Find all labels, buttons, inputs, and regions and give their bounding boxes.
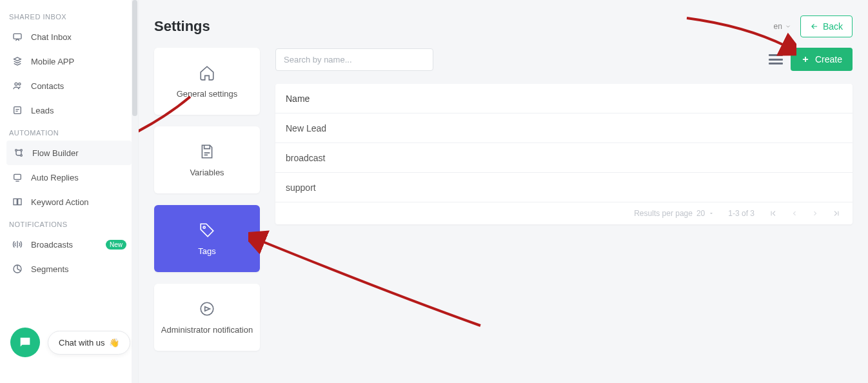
toolbar: Create <box>275 48 853 71</box>
svg-rect-8 <box>14 199 17 204</box>
leads-icon <box>12 104 23 116</box>
svg-point-2 <box>19 83 21 85</box>
tile-label: Variables <box>190 168 224 177</box>
new-badge: New <box>106 240 126 250</box>
sidebar-item-broadcasts[interactable]: Broadcasts New <box>0 232 138 257</box>
sidebar-item-label: Segments <box>31 264 69 274</box>
main-content: Settings en Back General settings <box>139 0 868 383</box>
flow-icon <box>13 147 25 159</box>
page-title: Settings <box>154 18 210 35</box>
arrow-left-icon <box>810 22 819 31</box>
auto-replies-icon <box>12 172 23 183</box>
sidebar-section-notifications: NOTIFICATIONS <box>0 214 138 232</box>
chat-fab[interactable] <box>10 328 40 357</box>
svg-point-4 <box>15 150 17 152</box>
sidebar-item-label: Chat Inbox <box>31 32 72 42</box>
svg-rect-9 <box>18 199 21 204</box>
table-row[interactable]: support <box>275 173 853 202</box>
create-button[interactable]: Create <box>791 48 853 71</box>
wave-emoji: 👋 <box>109 338 119 348</box>
contacts-icon <box>12 80 23 92</box>
page-range: 1-3 of 3 <box>728 209 755 218</box>
svg-rect-7 <box>14 174 21 179</box>
sidebar-scrollbar[interactable] <box>132 0 138 383</box>
page-last-icon[interactable] <box>832 209 841 218</box>
back-button[interactable]: Back <box>800 15 853 37</box>
page-next-icon[interactable] <box>811 210 819 217</box>
sidebar-section-shared-inbox: SHARED INBOX <box>0 6 138 25</box>
tile-tags[interactable]: Tags <box>154 205 260 272</box>
broadcast-icon <box>12 239 23 250</box>
pager <box>769 209 841 218</box>
search-input[interactable] <box>275 48 433 71</box>
language-selector[interactable]: en <box>774 22 791 31</box>
sidebar-item-label: Leads <box>31 106 54 115</box>
svg-point-11 <box>203 226 205 228</box>
caret-down-icon <box>709 211 714 216</box>
sidebar-item-mobile-app[interactable]: Mobile APP <box>0 49 138 74</box>
page-first-icon[interactable] <box>769 209 778 218</box>
chat-bubble[interactable]: Chat with us 👋 <box>48 331 130 355</box>
svg-rect-3 <box>14 107 21 114</box>
chevron-down-icon <box>785 23 791 30</box>
tile-label: Administrator notification <box>161 325 253 335</box>
sidebar: SHARED INBOX Chat Inbox Mobile APP Conta… <box>0 0 139 383</box>
sidebar-item-chat-inbox[interactable]: Chat Inbox <box>0 25 138 49</box>
page-header: Settings en Back <box>154 15 853 37</box>
tile-admin-notification[interactable]: Administrator notification <box>154 284 260 351</box>
table-header: Name <box>275 84 853 113</box>
plus-icon <box>801 55 810 64</box>
notification-icon <box>199 300 215 317</box>
chat-widget: Chat with us 👋 <box>10 328 130 357</box>
home-icon <box>199 64 215 81</box>
segments-icon <box>12 263 23 275</box>
sidebar-section-automation: AUTOMATION <box>0 123 138 141</box>
sidebar-item-label: Keyword Action <box>31 197 89 207</box>
keyword-icon <box>12 196 23 208</box>
column-name: Name <box>286 93 310 104</box>
svg-point-1 <box>15 83 17 85</box>
table-footer: Results per page 20 1-3 of 3 <box>275 202 853 224</box>
list-view-icon[interactable] <box>769 54 783 64</box>
page-prev-icon[interactable] <box>791 210 798 217</box>
chat-icon <box>12 31 23 43</box>
sidebar-item-keyword-action[interactable]: Keyword Action <box>0 190 138 214</box>
svg-point-12 <box>201 302 213 315</box>
table-row[interactable]: New Lead <box>275 113 853 143</box>
tag-icon <box>199 222 215 239</box>
tile-variables[interactable]: Variables <box>154 126 260 193</box>
settings-tiles: General settings Variables Tags <box>154 48 260 351</box>
sidebar-item-label: Auto Replies <box>31 173 79 182</box>
tile-general-settings[interactable]: General settings <box>154 48 260 115</box>
chat-label: Chat with us <box>59 338 105 348</box>
mobile-icon <box>12 55 23 67</box>
results-per-page[interactable]: Results per page 20 <box>634 209 714 218</box>
svg-point-6 <box>21 155 23 157</box>
sidebar-item-label: Mobile APP <box>31 57 74 66</box>
sidebar-item-label: Broadcasts <box>31 240 73 250</box>
svg-rect-0 <box>14 34 21 39</box>
save-icon <box>199 143 215 160</box>
table-row[interactable]: broadcast <box>275 143 853 173</box>
sidebar-item-label: Contacts <box>31 81 64 91</box>
svg-point-5 <box>21 150 23 152</box>
sidebar-item-label: Flow Builder <box>32 148 79 158</box>
sidebar-item-contacts[interactable]: Contacts <box>0 74 138 98</box>
tile-label: Tags <box>198 246 215 256</box>
sidebar-item-auto-replies[interactable]: Auto Replies <box>0 165 138 190</box>
sidebar-item-leads[interactable]: Leads <box>0 98 138 123</box>
tile-label: General settings <box>177 89 238 99</box>
tags-table: Name New Lead broadcast support Results … <box>275 84 853 224</box>
sidebar-item-flow-builder[interactable]: Flow Builder <box>6 141 132 165</box>
sidebar-item-segments[interactable]: Segments <box>0 257 138 281</box>
